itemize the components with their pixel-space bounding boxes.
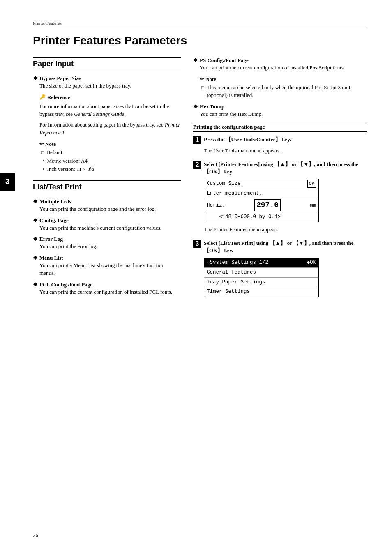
item-title-config-page: ❖ Config. Page	[33, 217, 181, 224]
menu-list-title: Menu List	[39, 255, 63, 261]
note-list-item-ps: This menu can be selected only when the …	[201, 83, 367, 99]
multiple-lists-title: Multiple Lists	[39, 198, 71, 205]
lcd-row1-left: Custom Size:	[207, 180, 244, 188]
note-label-2: Note	[205, 76, 216, 83]
note-icon-2: ✏	[200, 76, 204, 82]
diamond-icon-7: ❖	[193, 57, 198, 64]
note-default-text: Default:	[46, 148, 64, 157]
step-section-title: Printing the configuration page	[193, 122, 367, 132]
lcd2-row1-right: ◆OK	[307, 259, 316, 267]
step-2-body: Custom Size: OK Enter measurement. Horiz…	[204, 179, 367, 234]
item-title-error-log: ❖ Error Log	[33, 236, 181, 242]
step-3-header: 3 Select [List/Test Print] using 【▲】 or …	[193, 240, 367, 254]
lcd2-row4-text: Timer Settings	[207, 288, 250, 296]
step-2: 2 Select [Printer Features] using 【▲】 or…	[193, 161, 367, 234]
ref-para1-end: .	[124, 111, 125, 117]
step-3: 3 Select [List/Test Print] using 【▲】 or …	[193, 240, 367, 297]
note-icon-1: ✏	[39, 141, 44, 147]
step-1-body: The User Tools main menu appears.	[204, 147, 367, 155]
lcd2-row-2: General Features	[204, 268, 318, 278]
pcl-config-title: PCL Config./Font Page	[39, 281, 92, 288]
top-rule	[33, 28, 367, 28]
page-title: Printer Features Parameters	[33, 34, 367, 47]
left-column: Paper Input ❖ Bypass Paper Size The size…	[33, 57, 181, 303]
lcd2-row3-text: Tray Paper Settings	[207, 279, 265, 286]
section-paper-input: Paper Input	[33, 57, 181, 70]
note-ps-text: This menu can be selected only when the …	[207, 83, 367, 99]
bullet-inch: Inch version: 11 × 8½	[43, 165, 181, 173]
item-title-bypass: ❖ Bypass Paper Size	[33, 75, 181, 82]
item-title-menu-list: ❖ Menu List	[33, 255, 181, 261]
note-block-2: ✏ Note This menu can be selected only wh…	[200, 76, 367, 99]
step-3-number: 3	[193, 240, 201, 248]
section-list-test-print: List/Test Print	[33, 180, 181, 193]
item-title-pcl-config: ❖ PCL Config./Font Page	[33, 281, 181, 288]
note-list-1: Default:	[41, 148, 181, 157]
config-page-body: You can print the machine's current conf…	[39, 224, 181, 232]
bypass-title: Bypass Paper Size	[39, 75, 81, 82]
note-list-item-default: Default:	[41, 148, 181, 157]
item-title-hex-dump: ❖ Hex Dump	[193, 104, 367, 110]
lcd-row-4: <148.0-600.0 by 0.1>	[204, 212, 318, 222]
hex-dump-title: Hex Dump	[200, 104, 224, 110]
bullet-metric-text: Metric version: A4	[47, 157, 88, 165]
lcd2-row-3: Tray Paper Settings	[204, 278, 318, 288]
reference-icon: 🔑	[39, 94, 46, 100]
lcd-unit: mm	[310, 202, 316, 210]
bullet-list-1: Metric version: A4 Inch version: 11 × 8½	[43, 157, 181, 173]
bypass-body: The size of the paper set in the bypass …	[39, 82, 181, 90]
lcd-large-value: 297.0	[256, 201, 279, 209]
menu-list-body: You can print a Menu List showing the ma…	[39, 261, 181, 277]
page-number: 26	[33, 532, 38, 539]
diamond-icon-3: ❖	[33, 217, 38, 224]
content-columns: Paper Input ❖ Bypass Paper Size The size…	[33, 57, 367, 303]
note-body-1: Default: Metric version: A4 Inch version…	[39, 148, 181, 173]
step-1-header: 1 Press the 【User Tools/Counter】 key.	[193, 136, 367, 144]
reference-body: For more information about paper sizes t…	[39, 102, 181, 137]
multiple-lists-body: You can print the configuration page and…	[39, 205, 181, 213]
step-3-body: ≡System Settings 1/2 ◆OK General Feature…	[204, 258, 367, 297]
lcd-row2-text: Enter measurement.	[207, 190, 262, 198]
ps-config-body: You can print the current configuration …	[200, 64, 367, 72]
ps-config-title: PS Config./Font Page	[200, 57, 249, 64]
note-title-2: ✏ Note	[200, 76, 367, 83]
error-log-body: You can print the error log.	[39, 242, 181, 251]
ref-para2-text: For information about setting paper in t…	[39, 122, 165, 128]
page: 3 Printer Features Printer Features Para…	[0, 0, 392, 555]
item-error-log: ❖ Error Log You can print the error log.	[33, 236, 181, 251]
error-log-title: Error Log	[39, 236, 63, 242]
step-2-header: 2 Select [Printer Features] using 【▲】 or…	[193, 161, 367, 175]
step-2-number: 2	[193, 161, 201, 169]
diamond-icon-2: ❖	[33, 198, 38, 205]
step-1-text: Press the 【User Tools/Counter】 key.	[204, 136, 291, 143]
reference-block: 🔑 Reference For more information about p…	[39, 94, 181, 137]
item-ps-config: ❖ PS Config./Font Page You can print the…	[193, 57, 367, 72]
reference-title: 🔑 Reference	[39, 94, 181, 101]
config-page-title: Config. Page	[39, 217, 69, 224]
chapter-number: 3	[5, 177, 9, 186]
step-3-text: Select [List/Test Print] using 【▲】 or 【▼…	[204, 240, 367, 254]
step-2-followup: The Printer Features menu appears.	[204, 226, 367, 234]
lcd-row-1: Custom Size: OK	[204, 179, 318, 189]
diamond-icon-4: ❖	[33, 236, 38, 242]
reference-para1: For more information about paper sizes t…	[39, 102, 181, 118]
item-bypass-paper-size: ❖ Bypass Paper Size The size of the pape…	[33, 75, 181, 90]
right-column: ❖ PS Config./Font Page You can print the…	[193, 57, 367, 303]
bullet-metric: Metric version: A4	[43, 157, 181, 165]
note-title-1: ✏ Note	[39, 141, 181, 147]
note-list-2: This menu can be selected only when the …	[201, 83, 367, 99]
lcd2-row-1: ≡System Settings 1/2 ◆OK	[204, 258, 318, 268]
item-title-ps-config: ❖ PS Config./Font Page	[193, 57, 367, 64]
breadcrumb: Printer Features	[33, 21, 367, 25]
lcd-value-box: 297.0	[254, 199, 281, 211]
lcd-box-2: ≡System Settings 1/2 ◆OK General Feature…	[204, 258, 319, 297]
reference-para2: For information about setting paper in t…	[39, 121, 181, 137]
lcd2-row2-text: General Features	[207, 269, 256, 276]
lcd2-row1-left: ≡System Settings 1/2	[207, 259, 268, 267]
lcd-row-2: Enter measurement.	[204, 189, 318, 199]
lcd-row1-right: OK	[307, 180, 316, 188]
lcd-row-3: Horiz. 297.0 mm	[204, 198, 318, 212]
step-1-number: 1	[193, 136, 201, 144]
reference-label: Reference	[47, 94, 70, 101]
bullet-inch-text: Inch version: 11 × 8½	[47, 165, 94, 173]
